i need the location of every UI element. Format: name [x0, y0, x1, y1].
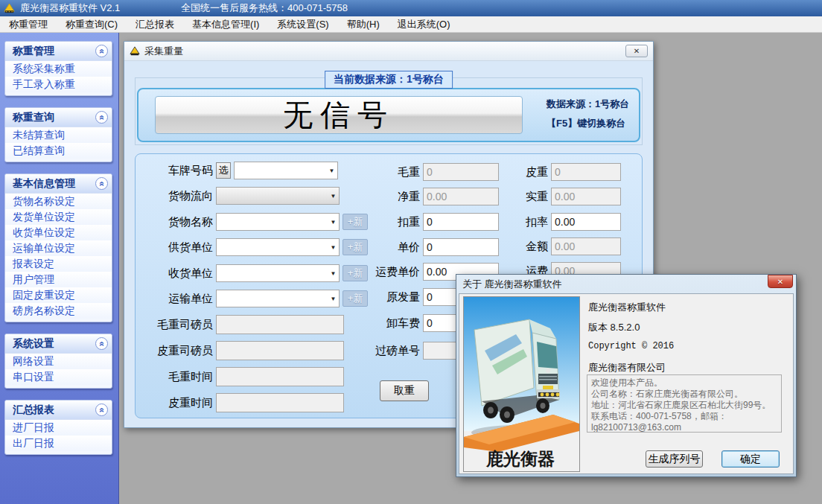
sidebar-group-header[interactable]: 系统设置 » — [5, 334, 112, 354]
field-label: 过磅单号 — [331, 344, 420, 358]
sidebar-group-basic-info: 基本信息管理 » 货物名称设定 发货单位设定 收货单位设定 运输单位设定 报表设… — [4, 173, 112, 322]
ok-button[interactable]: 确定 — [721, 450, 780, 468]
truck-weighbridge-image: 鹿光衡器 — [463, 296, 580, 472]
sidebar-group-system-settings: 系统设置 » 网络设置 串口设置 — [4, 334, 112, 389]
menu-basic-info[interactable]: 基本信息管理(I) — [183, 16, 268, 32]
sidebar-item-fixed-tare[interactable]: 固定皮重设定 — [5, 287, 112, 303]
receiver-combobox[interactable]: ▼ — [216, 264, 340, 282]
about-info-box: 欢迎使用本产品。 公司名称：石家庄鹿光衡器有限公司。 地址：河北省石家庄鹿泉区石… — [587, 374, 782, 433]
sidebar-group-weigh-manage: 称重管理 » 系统采集称重 手工录入称重 — [4, 41, 112, 96]
sidebar-group-title: 称重管理 — [13, 45, 54, 58]
field-label: 扣率 — [459, 215, 548, 229]
field-label: 供货单位 — [136, 240, 213, 255]
field-label: 收货单位 — [136, 267, 213, 281]
sidebar-group-header[interactable]: 基本信息管理 » — [5, 174, 112, 194]
goods-name-combobox[interactable]: ▼ — [216, 213, 340, 231]
take-weight-button[interactable]: 取重 — [380, 380, 429, 401]
window-close-icon[interactable]: ✕ — [625, 45, 648, 57]
sidebar-group-title: 称重查询 — [13, 111, 54, 124]
dialog-close-icon[interactable]: ✕ — [768, 275, 793, 288]
menu-help[interactable]: 帮助(H) — [338, 16, 389, 32]
app-titlebar: 鹿光衡器称重软件 V2.1 全国统一售后服务热线：400-071-5758 — [0, 0, 822, 16]
sidebar-group-header[interactable]: 称重管理 » — [5, 42, 112, 61]
menu-weigh-manage[interactable]: 称重管理 — [0, 16, 57, 32]
field-label: 皮重 — [459, 165, 548, 179]
menu-weigh-query[interactable]: 称重查询(C) — [57, 16, 127, 32]
sidebar-group-summary-report: 汇总报表 » 进厂日报 出厂日报 — [4, 400, 112, 455]
sidebar-group-header[interactable]: 汇总报表 » — [5, 401, 112, 420]
dialog-titlebar: 关于 鹿光衡器称重软件 ✕ — [459, 275, 794, 293]
gross-operator-field[interactable] — [216, 315, 344, 334]
plate-select-button[interactable]: 选 — [216, 162, 231, 179]
tare-operator-field[interactable] — [216, 341, 344, 360]
tare-weight-field[interactable] — [551, 163, 621, 181]
sidebar-item-goods-name[interactable]: 货物名称设定 — [5, 194, 112, 209]
about-dialog: 关于 鹿光衡器称重软件 ✕ — [456, 274, 797, 477]
sidebar-item-network-setting[interactable]: 网络设置 — [5, 354, 112, 369]
weight-display: 无信号 — [155, 96, 523, 134]
form-row-actual-weight: 实重 — [459, 188, 621, 205]
menu-system-settings[interactable]: 系统设置(S) — [268, 16, 337, 32]
field-label: 毛重时间 — [136, 370, 213, 384]
sidebar-item-transport-unit[interactable]: 运输单位设定 — [5, 240, 112, 256]
deduct-rate-field[interactable] — [551, 213, 621, 231]
tare-time-field[interactable] — [216, 393, 344, 412]
source-info: 数据来源：1号称台 【F5】键切换称台 — [547, 95, 643, 133]
field-label: 车牌号码 — [136, 164, 213, 178]
sidebar-item-report-setting[interactable]: 报表设定 — [5, 256, 112, 272]
field-label: 实重 — [459, 190, 548, 204]
form-row-tare-weight: 皮重 — [459, 163, 621, 181]
window-titlebar: 采集重量 ✕ — [124, 42, 653, 61]
sidebar-item-serial-setting[interactable]: 串口设置 — [5, 369, 112, 385]
sidebar-item-receiver-unit[interactable]: 收货单位设定 — [5, 225, 112, 240]
actual-weight-field[interactable] — [551, 188, 621, 205]
plate-combobox[interactable]: ▼ — [234, 162, 338, 179]
source-info-line2: 【F5】键切换称台 — [547, 114, 643, 133]
data-source-banner: 当前数据来源：1号称台 — [325, 71, 453, 89]
about-version: 版本 8.5.2.0 — [588, 321, 674, 341]
supplier-combobox[interactable]: ▼ — [216, 238, 340, 256]
sidebar-item-unsettled-query[interactable]: 未结算查询 — [5, 127, 112, 143]
form-row-gross-operator: 毛重司磅员 — [136, 315, 344, 334]
gross-time-field[interactable] — [216, 367, 344, 386]
mdi-workspace: 采集重量 ✕ 当前数据来源：1号称台 无信号 数据来源：1号称台 【F5】键切换… — [119, 33, 822, 504]
goods-flow-combobox[interactable]: ▼ — [216, 187, 340, 205]
collapse-chevron-icon[interactable]: » — [95, 337, 108, 350]
sidebar-item-user-manage[interactable]: 用户管理 — [5, 272, 112, 287]
sidebar-item-manual-weigh[interactable]: 手工录入称重 — [5, 77, 112, 92]
amount-field[interactable] — [551, 237, 621, 255]
sidebar-group-title: 汇总报表 — [13, 403, 54, 417]
form-row-plate: 车牌号码 选 ▼ — [136, 162, 338, 179]
sidebar-group-weigh-query: 称重查询 » 未结算查询 已结算查询 — [4, 107, 112, 162]
field-label: 卸车费 — [331, 316, 420, 331]
sidebar-group-title: 基本信息管理 — [13, 177, 75, 191]
transporter-combobox[interactable]: ▼ — [216, 290, 340, 307]
about-product-name: 鹿光衡器称重软件 — [588, 301, 674, 321]
menu-exit[interactable]: 退出系统(O) — [389, 16, 459, 32]
dialog-title: 关于 鹿光衡器称重软件 — [462, 278, 562, 291]
form-row-tare-operator: 皮重司磅员 — [136, 341, 344, 360]
collapse-chevron-icon[interactable]: » — [95, 45, 108, 57]
field-label: 金额 — [459, 240, 548, 254]
sidebar-item-scale-house-name[interactable]: 磅房名称设定 — [5, 303, 112, 319]
application-root: 鹿光衡器称重软件 V2.1 全国统一售后服务热线：400-071-5758 称重… — [0, 0, 822, 504]
field-label: 皮重时间 — [136, 396, 213, 410]
sidebar-item-inbound-daily[interactable]: 进厂日报 — [5, 420, 112, 436]
about-copyright: Copyright © 2016 — [588, 341, 674, 361]
app-title: 鹿光衡器称重软件 V2.1 — [20, 1, 120, 15]
sidebar-group-header[interactable]: 称重查询 » — [5, 108, 112, 127]
sidebar-item-sender-unit[interactable]: 发货单位设定 — [5, 209, 112, 225]
field-label: 单价 — [331, 240, 420, 255]
sidebar-item-system-weigh[interactable]: 系统采集称重 — [5, 61, 112, 77]
sidebar: 称重管理 » 系统采集称重 手工录入称重 称重查询 » 未结算查询 已结算查询 … — [0, 33, 119, 504]
field-label: 货物名称 — [136, 215, 213, 229]
generate-serial-button[interactable]: 生成序列号 — [646, 450, 703, 468]
collapse-chevron-icon[interactable]: » — [95, 403, 108, 416]
menu-summary-report[interactable]: 汇总报表 — [127, 16, 183, 32]
collapse-chevron-icon[interactable]: » — [95, 177, 108, 190]
sidebar-item-settled-query[interactable]: 已结算查询 — [5, 143, 112, 159]
collapse-chevron-icon[interactable]: » — [95, 111, 108, 124]
app-logo-icon — [4, 3, 15, 14]
sidebar-item-outbound-daily[interactable]: 出厂日报 — [5, 436, 112, 451]
form-row-flow: 货物流向 ▼ — [136, 187, 340, 205]
